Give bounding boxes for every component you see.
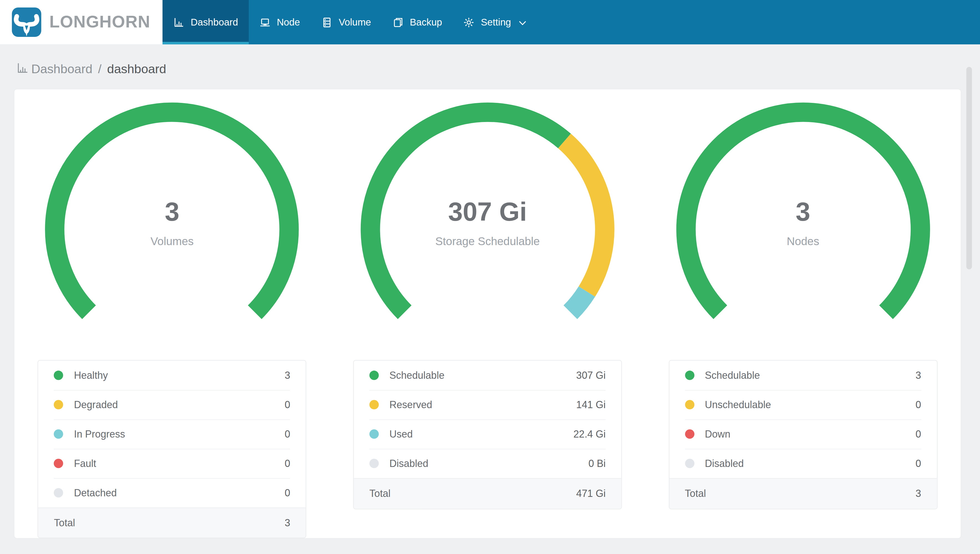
legend-row: Schedulable 3 (669, 361, 937, 390)
legend-row: Detached 0 (38, 478, 306, 508)
status-dot (54, 488, 64, 497)
status-dot (54, 400, 64, 409)
legend-label: Reserved (389, 399, 432, 411)
total-label: Total (54, 517, 75, 529)
nav-item-label: Volume (339, 17, 371, 28)
legend-row: In Progress 0 (38, 419, 306, 449)
legend-label: Schedulable (389, 369, 444, 381)
status-dot (685, 371, 694, 380)
gear-icon (463, 17, 475, 28)
nav-item-label: Dashboard (191, 17, 238, 28)
nav-item-node[interactable]: Node (249, 0, 310, 45)
chevron-down-icon (519, 21, 526, 25)
breadcrumb-separator: / (98, 62, 102, 76)
legend-label: Disabled (389, 458, 428, 469)
legend-value: 0 Bi (589, 458, 606, 469)
total-value: 3 (285, 517, 290, 529)
legend-value: 0 (285, 399, 290, 411)
legend-total-row: Total 3 (38, 508, 306, 538)
volumes-gauge: 3 Volumes (44, 101, 300, 357)
legend-total-row: Total 471 Gi (354, 478, 622, 508)
storage-gauge: 307 Gi Storage Schedulable (360, 101, 616, 357)
nav-item-label: Node (277, 17, 300, 28)
status-dot (369, 429, 379, 439)
volumes-column: 3 Volumes Healthy 3 Degraded 0 (14, 101, 330, 538)
legend-label: Disabled (705, 458, 744, 469)
legend-value: 141 Gi (576, 399, 606, 411)
gauge-ring (44, 101, 300, 357)
legend-value: 0 (285, 487, 290, 498)
legend-total-row: Total 3 (669, 478, 937, 508)
legend-row: Down 0 (669, 419, 937, 449)
breadcrumb-current: dashboard (107, 62, 166, 76)
legend-row: Used 22.4 Gi (354, 419, 622, 449)
longhorn-logo-icon (12, 8, 41, 37)
legend-label: Healthy (74, 369, 108, 381)
database-icon (321, 17, 332, 28)
legend-value: 3 (916, 369, 921, 381)
nav-item-setting[interactable]: Setting (453, 0, 537, 45)
nav-item-dashboard[interactable]: Dashboard (162, 0, 249, 45)
legend-label: Used (389, 428, 413, 440)
bar-chart-icon (173, 17, 185, 28)
volumes-legend-table: Healthy 3 Degraded 0 In Progress 0 (38, 360, 306, 538)
storage-legend-table: Schedulable 307 Gi Reserved 141 Gi Used … (353, 360, 622, 509)
legend-label: Detached (74, 487, 117, 498)
breadcrumb: Dashboard / dashboard (16, 61, 166, 78)
legend-row: Schedulable 307 Gi (354, 361, 622, 390)
breadcrumb-section[interactable]: Dashboard (31, 62, 92, 76)
legend-value: 22.4 Gi (573, 428, 606, 440)
gauge-ring (675, 101, 931, 357)
nav-item-label: Backup (410, 17, 442, 28)
nodes-gauge: 3 Nodes (675, 101, 931, 357)
bar-chart-icon (16, 62, 29, 77)
top-navbar: LONGHORN Dashboard (0, 0, 980, 45)
legend-row: Reserved 141 Gi (354, 390, 622, 419)
status-dot (369, 400, 379, 409)
legend-row: Healthy 3 (38, 361, 306, 390)
total-label: Total (369, 488, 390, 499)
total-label: Total (685, 488, 706, 499)
legend-value: 0 (916, 458, 921, 469)
nav-item-label: Setting (481, 17, 511, 28)
scrollbar-thumb[interactable] (966, 67, 972, 269)
brand[interactable]: LONGHORN (0, 0, 162, 45)
copy-icon (392, 17, 404, 28)
nodes-legend-table: Schedulable 3 Unschedulable 0 Down 0 (668, 360, 937, 509)
legend-row: Disabled 0 (669, 449, 937, 478)
status-dot (685, 429, 694, 439)
status-dot (54, 371, 64, 380)
status-dot (369, 458, 379, 468)
legend-label: In Progress (74, 428, 125, 440)
legend-label: Degraded (74, 399, 118, 411)
legend-row: Disabled 0 Bi (354, 449, 622, 478)
storage-column: 307 Gi Storage Schedulable Schedulable 3… (330, 101, 645, 538)
nav-item-volume[interactable]: Volume (310, 0, 382, 45)
legend-value: 3 (285, 369, 290, 381)
legend-value: 307 Gi (576, 369, 606, 381)
brand-title: LONGHORN (49, 13, 150, 32)
legend-label: Down (705, 428, 730, 440)
status-dot (685, 400, 694, 409)
total-value: 3 (916, 488, 921, 499)
status-dot (685, 458, 694, 468)
legend-value: 0 (916, 428, 921, 440)
legend-row: Degraded 0 (38, 390, 306, 419)
total-value: 471 Gi (576, 488, 606, 499)
laptop-icon (259, 17, 270, 28)
legend-row: Fault 0 (38, 449, 306, 478)
legend-value: 0 (916, 399, 921, 411)
legend-row: Unschedulable 0 (669, 390, 937, 419)
dashboard-card: 3 Volumes Healthy 3 Degraded 0 (14, 89, 961, 539)
legend-value: 0 (285, 458, 290, 469)
nav-item-backup[interactable]: Backup (382, 0, 453, 45)
status-dot (369, 371, 379, 380)
status-dot (54, 429, 64, 439)
nav-menu: Dashboard Node (162, 0, 536, 45)
legend-label: Schedulable (705, 369, 760, 381)
status-dot (54, 458, 64, 468)
legend-label: Fault (74, 458, 96, 469)
gauge-ring (360, 101, 616, 357)
legend-label: Unschedulable (705, 399, 771, 411)
longhorn-dashboard-page: LONGHORN Dashboard (0, 0, 980, 554)
